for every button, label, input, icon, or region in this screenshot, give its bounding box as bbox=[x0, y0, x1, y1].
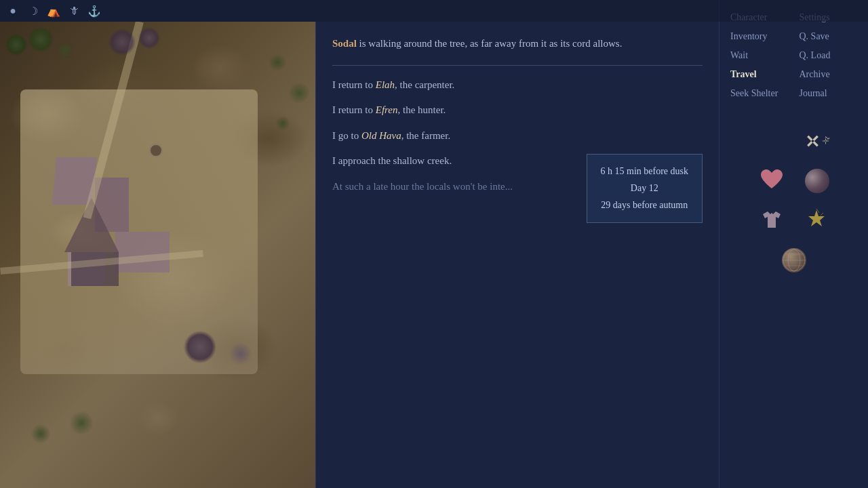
world-icon[interactable] bbox=[782, 248, 806, 272]
status-icons bbox=[730, 127, 857, 272]
text-panel: Sodal is walking around the tree, as far… bbox=[315, 22, 719, 488]
reputation-icon[interactable] bbox=[804, 207, 829, 235]
anchor-icon[interactable]: ⚓ bbox=[87, 3, 102, 18]
choice-1-suffix: , the carpenter. bbox=[395, 79, 454, 90]
tree-cluster-right bbox=[261, 42, 315, 144]
time-cycle-icon[interactable] bbox=[805, 169, 829, 193]
sword-icon[interactable]: 🗡 bbox=[66, 3, 81, 18]
choice-3-prefix: I go to bbox=[332, 130, 361, 141]
map-image[interactable] bbox=[0, 22, 315, 488]
time-line-3: 29 days before autumn bbox=[601, 197, 688, 214]
intro-text: is walking around the tree, as far away … bbox=[357, 38, 623, 49]
tree-cluster-top-left bbox=[0, 28, 81, 83]
menu-q-save[interactable]: Q. Save bbox=[800, 30, 858, 43]
top-bar-icons: ● ☽ ⛺ 🗡 ⚓ bbox=[5, 3, 102, 18]
game-container: ● ☽ ⛺ 🗡 ⚓ bbox=[0, 0, 868, 488]
moon-top-icon[interactable]: ☽ bbox=[26, 3, 41, 18]
cursor-crosshair-icon[interactable] bbox=[804, 127, 831, 155]
time-line-1: 6 h 15 min before dusk bbox=[601, 163, 688, 180]
tree-cluster-bottom bbox=[20, 407, 122, 461]
choice-3-name: Old Hava bbox=[361, 130, 401, 141]
choice-line-1[interactable]: I return to Elah, the carpenter. bbox=[332, 77, 703, 94]
shirt-svg bbox=[760, 207, 784, 232]
choice-1-prefix: I return to bbox=[332, 79, 376, 90]
narrative-intro: Sodal is walking around the tree, as far… bbox=[332, 35, 703, 53]
choice-2-suffix: , the hunter. bbox=[398, 104, 446, 115]
divider bbox=[332, 65, 703, 66]
map-canvas bbox=[0, 22, 315, 488]
equipment-icon[interactable] bbox=[760, 207, 784, 235]
choice-3-suffix: , the farmer. bbox=[401, 130, 450, 141]
menu-archive[interactable]: Archive bbox=[800, 68, 858, 81]
building-3 bbox=[115, 232, 170, 272]
menu-grid: Character Settings Inventory Q. Save Wai… bbox=[730, 11, 857, 100]
time-line-2: Day 12 bbox=[601, 180, 688, 197]
choice-2-prefix: I return to bbox=[332, 104, 376, 115]
choice-1-name: Elah bbox=[376, 79, 395, 90]
choice-2-name: Efren bbox=[376, 104, 398, 115]
shirt-star-row bbox=[760, 207, 829, 235]
menu-travel[interactable]: Travel bbox=[730, 68, 789, 81]
map-panel: ⚙ ☽ ⛺ bbox=[0, 22, 315, 488]
choice-line-3[interactable]: I go to Old Hava, the farmer. bbox=[332, 127, 703, 145]
health-icon[interactable] bbox=[759, 168, 785, 194]
cursor-row bbox=[757, 127, 831, 155]
star-svg bbox=[804, 207, 829, 232]
heart-moon-row bbox=[759, 168, 829, 194]
globe-row bbox=[782, 248, 806, 272]
camp-icon[interactable]: ⛺ bbox=[46, 3, 61, 18]
svg-line-8 bbox=[821, 213, 823, 216]
globe-svg bbox=[782, 248, 806, 272]
crosshair-svg bbox=[820, 129, 831, 153]
heart-svg bbox=[759, 168, 785, 191]
menu-q-load[interactable]: Q. Load bbox=[800, 49, 858, 62]
top-bar: ● ☽ ⛺ 🗡 ⚓ bbox=[0, 0, 868, 22]
faded-text: At such a late hour the locals won't be … bbox=[332, 181, 513, 192]
time-tooltip: 6 h 15 min before dusk Day 12 29 days be… bbox=[587, 154, 703, 223]
choice-4-text: I approach the shallow creek. bbox=[332, 155, 452, 166]
menu-journal[interactable]: Journal bbox=[800, 87, 858, 100]
menu-panel: Character Settings Inventory Q. Save Wai… bbox=[719, 0, 868, 488]
menu-icon[interactable]: ● bbox=[5, 3, 20, 18]
choice-line-2[interactable]: I return to Efren, the hunter. bbox=[332, 102, 703, 119]
menu-inventory[interactable]: Inventory bbox=[730, 30, 789, 43]
protagonist-name: Sodal bbox=[332, 38, 357, 49]
menu-wait[interactable]: Wait bbox=[730, 49, 789, 62]
menu-seek-shelter[interactable]: Seek Shelter bbox=[730, 87, 789, 100]
